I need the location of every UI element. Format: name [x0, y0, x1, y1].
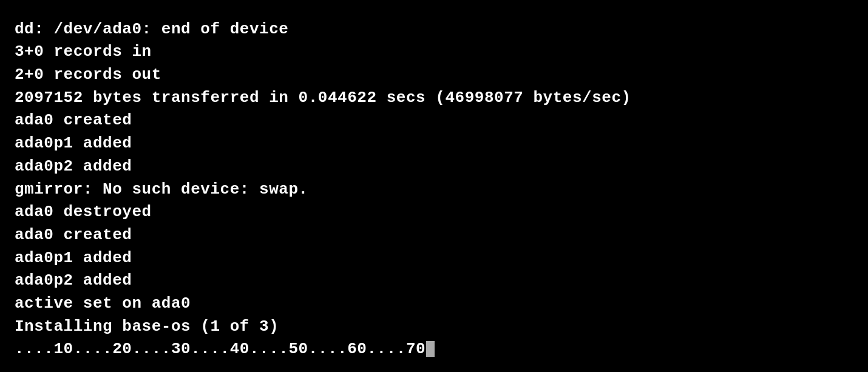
terminal-line: ada0 destroyed: [15, 201, 853, 224]
terminal-line: gmirror: No such device: swap.: [15, 178, 853, 201]
terminal-line: ada0 created: [15, 109, 853, 132]
terminal-line: Installing base-os (1 of 3): [15, 316, 853, 339]
terminal-output: dd: /dev/ada0: end of device3+0 records …: [15, 18, 853, 361]
terminal-line: ....10....20....30....40....50....60....…: [15, 338, 853, 361]
terminal-window: dd: /dev/ada0: end of device3+0 records …: [0, 0, 868, 372]
terminal-line: 2+0 records out: [15, 64, 853, 87]
terminal-line: active set on ada0: [15, 293, 853, 316]
terminal-line: ada0p1 added: [15, 132, 853, 155]
terminal-line: ada0p1 added: [15, 247, 853, 270]
terminal-line: 3+0 records in: [15, 41, 853, 64]
terminal-line: 2097152 bytes transferred in 0.044622 se…: [15, 87, 853, 110]
terminal-line: ada0 created: [15, 224, 853, 247]
terminal-line: ada0p2 added: [15, 269, 853, 293]
terminal-line: dd: /dev/ada0: end of device: [15, 18, 853, 41]
terminal-cursor: [426, 341, 435, 357]
terminal-line: ada0p2 added: [15, 155, 853, 178]
